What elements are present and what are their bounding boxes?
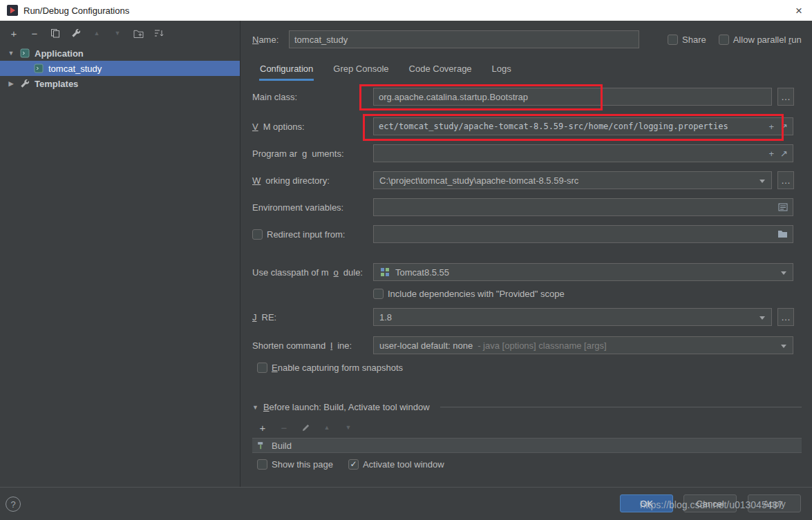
tree-open-icon[interactable]: ▼: [7, 50, 15, 57]
redirect-input-input[interactable]: [373, 225, 793, 243]
before-launch-toolbar: + − ▲ ▼: [252, 420, 354, 435]
checkbox-box: ✓: [348, 459, 359, 470]
share-checkbox[interactable]: Share: [668, 35, 706, 45]
sidebar-item-tomcat-study[interactable]: tomcat_study: [0, 61, 240, 76]
show-this-page-checkbox[interactable]: Show this page: [257, 459, 333, 470]
dropdown-arrow-icon[interactable]: [759, 316, 765, 320]
vm-options-input[interactable]: [373, 117, 793, 135]
copy-configuration-icon[interactable]: [50, 28, 61, 39]
activate-tool-window-checkbox[interactable]: ✓ Activate tool window: [348, 459, 444, 470]
environment-variables-browse-icon[interactable]: [778, 203, 788, 211]
jre-browse-button[interactable]: …: [777, 308, 794, 326]
capture-snapshots-checkbox[interactable]: Enable capturing form snapshots: [257, 363, 403, 373]
folder-icon[interactable]: [777, 230, 788, 238]
remove-task-icon[interactable]: −: [278, 422, 290, 433]
dropdown-arrow-icon[interactable]: [781, 271, 786, 275]
jre-combo[interactable]: 1.8: [373, 308, 772, 326]
move-task-down-icon[interactable]: ▼: [343, 422, 354, 433]
program-arguments-add-icon[interactable]: +: [768, 149, 774, 158]
capture-snapshots-label: Enable capturing form snapshots: [272, 363, 403, 373]
templates-wrench-icon: [19, 78, 30, 89]
tree-item-label: Application: [35, 48, 84, 59]
sort-configurations-icon[interactable]: [153, 28, 164, 39]
move-task-up-icon[interactable]: ▲: [321, 422, 332, 433]
checkbox-box: [257, 363, 267, 373]
collapse-open-icon[interactable]: ▼: [252, 404, 258, 411]
share-checkbox-label: Share: [682, 35, 706, 45]
ok-button[interactable]: OK: [620, 494, 673, 512]
shorten-command-line-combo[interactable]: user-local default: none - java [options…: [373, 336, 793, 354]
environment-variables-input[interactable]: [373, 198, 793, 216]
edit-task-pencil-icon[interactable]: [300, 422, 311, 433]
section-divider: [440, 407, 802, 407]
allow-parallel-run-checkbox[interactable]: Allow parallel run: [719, 35, 802, 45]
working-directory-value: C:\project\tomcat_study\apache-tomcat-8.…: [379, 175, 578, 186]
main-class-browse-button[interactable]: …: [777, 88, 794, 106]
vm-options-add-icon[interactable]: +: [768, 122, 774, 131]
redirect-input-checkbox[interactable]: Redirect input from:: [252, 229, 345, 240]
new-folder-icon[interactable]: [133, 28, 144, 39]
page-checkboxes-row: Show this page ✓ Activate tool window: [252, 456, 444, 472]
cancel-button[interactable]: Cancel: [683, 494, 737, 512]
build-hammer-icon: [256, 440, 267, 451]
tab-grep-console[interactable]: Grep Console: [332, 59, 389, 81]
titlebar: Run/Debug Configurations ×: [0, 0, 812, 21]
checkbox-box: [257, 459, 267, 470]
sidebar-item-templates[interactable]: ▶ Templates: [0, 76, 240, 91]
dialog-icon: [7, 5, 18, 16]
main-class-label: Main class:: [252, 92, 373, 102]
name-row: Name: Share Allow parallel run: [252, 30, 802, 48]
tab-configuration[interactable]: Configuration: [259, 59, 314, 81]
main-class-input[interactable]: [373, 88, 772, 106]
use-classpath-combo[interactable]: Tomcat8.5.55: [373, 263, 793, 281]
shorten-command-line-row: Shorten command line: user-local default…: [252, 336, 793, 354]
apply-button[interactable]: Apply: [748, 494, 801, 512]
vm-options-expand-icon[interactable]: ↗: [780, 122, 788, 131]
configuration-tabs: Configuration Grep Console Code Coverage…: [259, 59, 512, 81]
vm-options-row: VM options: + ↗: [252, 117, 793, 135]
main-class-row: Main class: …: [252, 88, 794, 106]
before-launch-header[interactable]: ▼ Before launch: Build, Activate tool wi…: [252, 402, 802, 412]
tab-code-coverage[interactable]: Code Coverage: [408, 59, 473, 81]
close-icon[interactable]: ×: [793, 5, 805, 17]
remove-configuration-icon[interactable]: −: [29, 28, 40, 39]
shorten-command-line-hint: - java [options] classname [args]: [478, 340, 606, 351]
program-arguments-row: Program arguments: + ↗: [252, 144, 793, 162]
tab-logs[interactable]: Logs: [491, 59, 512, 81]
use-classpath-row: Use classpath of module: Tomcat8.5.55: [252, 263, 793, 281]
program-arguments-expand-icon[interactable]: ↗: [780, 149, 788, 158]
working-directory-row: Working directory: C:\project\tomcat_stu…: [252, 171, 794, 189]
application-type-icon: [19, 48, 30, 59]
working-directory-combo[interactable]: C:\project\tomcat_study\apache-tomcat-8.…: [373, 171, 772, 189]
edit-templates-wrench-icon[interactable]: [70, 28, 82, 39]
checkbox-box: [668, 35, 678, 45]
move-up-icon[interactable]: ▲: [91, 28, 102, 39]
use-classpath-label: Use classpath of module:: [252, 267, 373, 278]
working-directory-browse-button[interactable]: …: [777, 171, 794, 189]
include-provided-label: Include dependencies with "Provided" sco…: [388, 289, 565, 299]
before-launch-label: Before launch: Build, Activate tool wind…: [263, 402, 430, 412]
module-icon: [379, 267, 390, 278]
sidebar-item-application-group[interactable]: ▼ Application: [0, 46, 240, 61]
redirect-input-row: Redirect input from:: [252, 225, 793, 243]
tree-item-label: tomcat_study: [48, 64, 102, 74]
before-launch-task-build[interactable]: Build: [252, 438, 802, 453]
working-directory-label: Working directory:: [252, 175, 373, 186]
move-down-icon[interactable]: ▼: [112, 28, 123, 39]
checkbox-box: [719, 35, 729, 45]
tree-closed-icon[interactable]: ▶: [7, 80, 15, 87]
allow-parallel-run-label: Allow parallel run: [733, 35, 802, 45]
include-provided-checkbox[interactable]: Include dependencies with "Provided" sco…: [373, 289, 565, 299]
run-configuration-icon: [33, 63, 44, 74]
add-task-icon[interactable]: +: [257, 422, 268, 433]
dropdown-arrow-icon[interactable]: [781, 345, 786, 348]
shorten-command-line-value: user-local default: none: [379, 340, 473, 351]
help-icon[interactable]: ?: [6, 497, 21, 512]
name-input[interactable]: [289, 30, 639, 48]
add-configuration-icon[interactable]: +: [8, 28, 19, 39]
show-this-page-label: Show this page: [272, 459, 333, 470]
dropdown-arrow-icon[interactable]: [759, 180, 765, 183]
checkbox-box: [373, 289, 384, 299]
configuration-panel: Name: Share Allow parallel run Configura…: [241, 21, 812, 487]
program-arguments-input[interactable]: [373, 144, 793, 162]
